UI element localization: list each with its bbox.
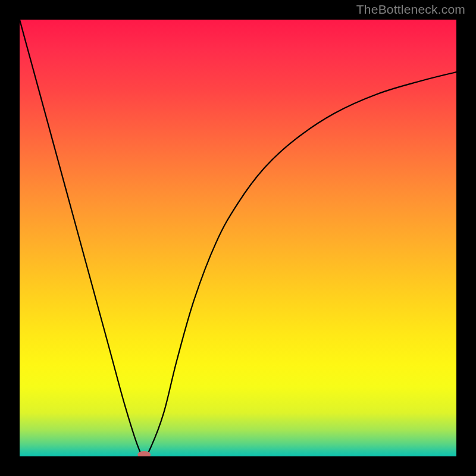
plot-area	[20, 20, 456, 456]
watermark-text: TheBottleneck.com	[356, 2, 465, 17]
bottleneck-curve	[20, 20, 456, 456]
bottleneck-curve-path	[20, 20, 456, 456]
chart-frame: TheBottleneck.com	[0, 0, 476, 476]
chart-svg	[20, 20, 456, 456]
